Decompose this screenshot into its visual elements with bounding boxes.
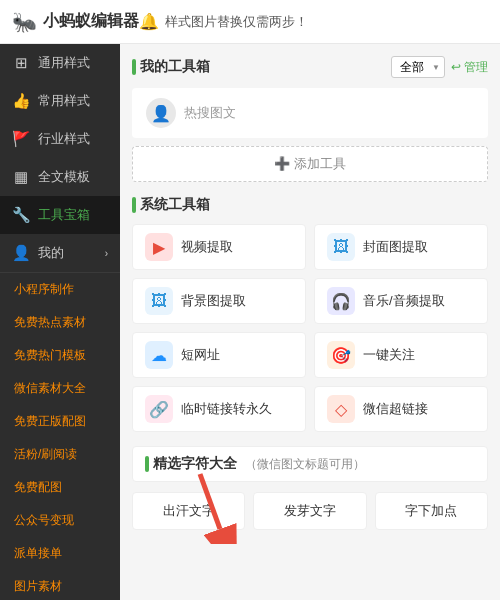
cover-extract-icon: 🖼	[327, 233, 355, 261]
hot-search-label: 热搜图文	[184, 104, 236, 122]
toolbox-controls: 全部 ↩ 管理	[391, 56, 488, 78]
mine-arrow-icon: ›	[105, 248, 108, 259]
hot-search-box[interactable]: 👤 热搜图文	[132, 88, 488, 138]
sidebar-subitem-hot-template[interactable]: 免费热门模板	[0, 339, 120, 372]
toolbox-icon: 🔧	[12, 206, 30, 224]
tool-item-temp-link[interactable]: 🔗 临时链接转永久	[132, 386, 306, 432]
tool-item-video[interactable]: ▶ 视频提取	[132, 224, 306, 270]
one-follow-icon: 🎯	[327, 341, 355, 369]
tool-item-music[interactable]: 🎧 音乐/音频提取	[314, 278, 488, 324]
sidebar-item-frequent-style[interactable]: 👍 常用样式	[0, 82, 120, 120]
sys-toolbox-title: 系统工具箱	[132, 196, 488, 214]
hot-search-user-icon: 👤	[151, 104, 171, 123]
char-btn-sweat[interactable]: 出汗文字	[132, 492, 245, 530]
sidebar: ⊞ 通用样式 👍 常用样式 🚩 行业样式 ▦ 全文模板 🔧 工具宝箱 👤 我	[0, 44, 120, 600]
logo-text: 小蚂蚁编辑器	[43, 11, 139, 32]
sidebar-subitem-order[interactable]: 派单接单	[0, 537, 120, 570]
frequent-style-icon: 👍	[12, 92, 30, 110]
temp-link-icon: 🔗	[145, 395, 173, 423]
sidebar-subitem-miniapp[interactable]: 小程序制作	[0, 273, 120, 306]
add-tool-button[interactable]: ➕ 添加工具	[132, 146, 488, 182]
toolbox-select[interactable]: 全部	[391, 56, 445, 78]
bg-extract-label: 背景图提取	[181, 292, 246, 310]
video-extract-icon: ▶	[145, 233, 173, 261]
music-extract-icon: 🎧	[327, 287, 355, 315]
sidebar-subitem-free-image[interactable]: 免费正版配图	[0, 405, 120, 438]
char-btn-underline[interactable]: 字下加点	[375, 492, 488, 530]
temp-link-label: 临时链接转永久	[181, 400, 272, 418]
topbar: 🐜 小蚂蚁编辑器 🔔 样式图片替换仅需两步！	[0, 0, 500, 44]
char-btn-sprout[interactable]: 发芽文字	[253, 492, 366, 530]
sidebar-label-common-style: 通用样式	[38, 54, 90, 72]
sidebar-subitem-free-img[interactable]: 免费配图	[0, 471, 120, 504]
sidebar-subitem-monetize[interactable]: 公众号变现	[0, 504, 120, 537]
main-layout: ⊞ 通用样式 👍 常用样式 🚩 行业样式 ▦ 全文模板 🔧 工具宝箱 👤 我	[0, 44, 500, 600]
hot-search-icon: 👤	[146, 98, 176, 128]
manage-icon: ↩	[451, 60, 461, 74]
common-style-icon: ⊞	[12, 54, 30, 72]
tool-item-wechat-link[interactable]: ◇ 微信超链接	[314, 386, 488, 432]
bg-extract-icon: 🖼	[145, 287, 173, 315]
sidebar-item-full-template[interactable]: ▦ 全文模板	[0, 158, 120, 196]
topbar-notice: 🔔 样式图片替换仅需两步！	[139, 12, 308, 31]
sidebar-item-industry-style[interactable]: 🚩 行业样式	[0, 120, 120, 158]
wechat-link-label: 微信超链接	[363, 400, 428, 418]
industry-style-icon: 🚩	[12, 130, 30, 148]
sidebar-subitem-wechat-material[interactable]: 微信素材大全	[0, 372, 120, 405]
manage-button[interactable]: ↩ 管理	[451, 59, 488, 76]
manage-label: 管理	[464, 59, 488, 76]
logo: 🐜 小蚂蚁编辑器	[12, 10, 139, 34]
my-toolbox-title: 我的工具箱	[132, 58, 210, 76]
toolbox-select-wrapper[interactable]: 全部	[391, 56, 445, 78]
sidebar-subitem-fans[interactable]: 活粉/刷阅读	[0, 438, 120, 471]
featured-chars-subtitle: （微信图文标题可用）	[245, 456, 365, 473]
sidebar-subitem-image-material[interactable]: 图片素材	[0, 570, 120, 600]
short-url-label: 短网址	[181, 346, 220, 364]
logo-icon: 🐜	[12, 10, 37, 34]
sidebar-item-toolbox[interactable]: 🔧 工具宝箱	[0, 196, 120, 234]
featured-title-text: 精选字符大全	[153, 455, 237, 473]
cover-extract-label: 封面图提取	[363, 238, 428, 256]
sidebar-label-toolbox: 工具宝箱	[38, 206, 90, 224]
short-url-icon: ☁	[145, 341, 173, 369]
tool-grid: ▶ 视频提取 🖼 封面图提取 🖼 背景图提取 🎧 音乐/音频提取 ☁ 短网址 🎯	[132, 224, 488, 432]
sidebar-label-frequent-style: 常用样式	[38, 92, 90, 110]
one-follow-label: 一键关注	[363, 346, 415, 364]
full-template-icon: ▦	[12, 168, 30, 186]
video-extract-label: 视频提取	[181, 238, 233, 256]
featured-chars-section: 精选字符大全 （微信图文标题可用） 出汗文字 发芽文字 字下加点	[132, 446, 488, 530]
featured-chars-title: 精选字符大全 （微信图文标题可用）	[132, 446, 488, 482]
sidebar-nav-section: ⊞ 通用样式 👍 常用样式 🚩 行业样式 ▦ 全文模板 🔧 工具宝箱 👤 我	[0, 44, 120, 273]
char-btn-row: 出汗文字 发芽文字 字下加点	[132, 492, 488, 530]
content-area: 我的工具箱 全部 ↩ 管理 👤 热搜图文 ➕ 添加工具 系统工具箱	[120, 44, 500, 600]
mine-icon: 👤	[12, 244, 30, 262]
sidebar-label-full-template: 全文模板	[38, 168, 90, 186]
tool-item-short-url[interactable]: ☁ 短网址	[132, 332, 306, 378]
tool-item-bg[interactable]: 🖼 背景图提取	[132, 278, 306, 324]
wechat-link-icon: ◇	[327, 395, 355, 423]
sidebar-submenu-section: 小程序制作 免费热点素材 免费热门模板 微信素材大全 免费正版配图 活粉/刷阅读…	[0, 273, 120, 600]
music-extract-label: 音乐/音频提取	[363, 292, 445, 310]
my-toolbox-header: 我的工具箱 全部 ↩ 管理	[132, 56, 488, 78]
tool-item-one-follow[interactable]: 🎯 一键关注	[314, 332, 488, 378]
sidebar-label-mine: 我的	[38, 244, 64, 262]
sidebar-label-industry-style: 行业样式	[38, 130, 90, 148]
sidebar-item-common-style[interactable]: ⊞ 通用样式	[0, 44, 120, 82]
sidebar-subitem-hot-material[interactable]: 免费热点素材	[0, 306, 120, 339]
tool-item-cover[interactable]: 🖼 封面图提取	[314, 224, 488, 270]
notice-text: 样式图片替换仅需两步！	[165, 13, 308, 31]
sidebar-item-mine[interactable]: 👤 我的 ›	[0, 234, 120, 272]
notice-icon: 🔔	[139, 12, 159, 31]
